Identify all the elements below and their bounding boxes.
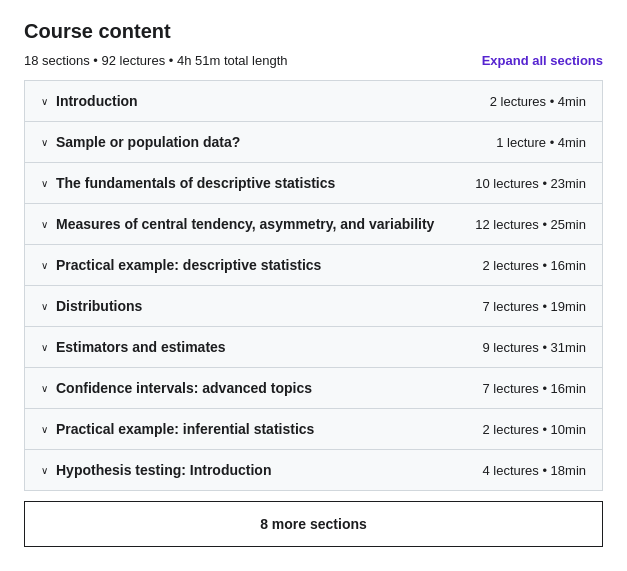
page-title: Course content <box>24 20 603 43</box>
chevron-down-icon: ∨ <box>41 96 48 107</box>
section-title: Practical example: descriptive statistic… <box>56 257 321 273</box>
section-title: Estimators and estimates <box>56 339 226 355</box>
section-row[interactable]: ∨Practical example: inferential statisti… <box>25 409 602 450</box>
section-meta: 2 lectures • 4min <box>490 94 586 109</box>
section-row[interactable]: ∨Hypothesis testing: Introduction4 lectu… <box>25 450 602 490</box>
section-title: Introduction <box>56 93 138 109</box>
section-title: The fundamentals of descriptive statisti… <box>56 175 335 191</box>
chevron-down-icon: ∨ <box>41 424 48 435</box>
section-meta: 7 lectures • 16min <box>482 381 586 396</box>
summary-row: 18 sections • 92 lectures • 4h 51m total… <box>24 53 603 68</box>
chevron-down-icon: ∨ <box>41 260 48 271</box>
section-row[interactable]: ∨Sample or population data?1 lecture • 4… <box>25 122 602 163</box>
section-title: Practical example: inferential statistic… <box>56 421 314 437</box>
section-row[interactable]: ∨Estimators and estimates9 lectures • 31… <box>25 327 602 368</box>
section-meta: 4 lectures • 18min <box>482 463 586 478</box>
section-title: Confidence intervals: advanced topics <box>56 380 312 396</box>
chevron-down-icon: ∨ <box>41 301 48 312</box>
section-meta: 1 lecture • 4min <box>496 135 586 150</box>
section-meta: 2 lectures • 10min <box>482 422 586 437</box>
section-title: Sample or population data? <box>56 134 240 150</box>
section-meta: 10 lectures • 23min <box>475 176 586 191</box>
section-row[interactable]: ∨Practical example: descriptive statisti… <box>25 245 602 286</box>
section-row[interactable]: ∨Distributions7 lectures • 19min <box>25 286 602 327</box>
section-meta: 12 lectures • 25min <box>475 217 586 232</box>
section-row[interactable]: ∨Measures of central tendency, asymmetry… <box>25 204 602 245</box>
chevron-down-icon: ∨ <box>41 342 48 353</box>
chevron-down-icon: ∨ <box>41 383 48 394</box>
expand-all-button[interactable]: Expand all sections <box>482 53 603 68</box>
course-summary: 18 sections • 92 lectures • 4h 51m total… <box>24 53 287 68</box>
section-row[interactable]: ∨The fundamentals of descriptive statist… <box>25 163 602 204</box>
section-title: Hypothesis testing: Introduction <box>56 462 271 478</box>
section-title: Distributions <box>56 298 142 314</box>
section-meta: 2 lectures • 16min <box>482 258 586 273</box>
section-meta: 7 lectures • 19min <box>482 299 586 314</box>
section-title: Measures of central tendency, asymmetry,… <box>56 216 434 232</box>
course-content-panel: Course content 18 sections • 92 lectures… <box>0 0 627 567</box>
more-sections-button[interactable]: 8 more sections <box>24 501 603 547</box>
chevron-down-icon: ∨ <box>41 219 48 230</box>
section-row[interactable]: ∨Introduction2 lectures • 4min <box>25 81 602 122</box>
chevron-down-icon: ∨ <box>41 465 48 476</box>
chevron-down-icon: ∨ <box>41 137 48 148</box>
chevron-down-icon: ∨ <box>41 178 48 189</box>
sections-list: ∨Introduction2 lectures • 4min∨Sample or… <box>24 80 603 491</box>
section-meta: 9 lectures • 31min <box>482 340 586 355</box>
section-row[interactable]: ∨Confidence intervals: advanced topics7 … <box>25 368 602 409</box>
